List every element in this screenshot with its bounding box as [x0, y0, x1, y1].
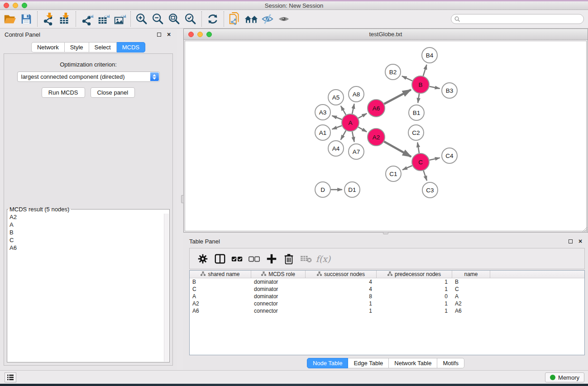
result-list-item[interactable]: A6 — [8, 244, 163, 252]
graph-node-B1[interactable]: B1 — [409, 105, 424, 120]
run-mcds-button[interactable]: Run MCDS — [42, 87, 85, 98]
tab-motifs[interactable]: Motifs — [437, 358, 464, 368]
result-scrollbar[interactable] — [164, 214, 169, 362]
close-panel-icon[interactable]: × — [166, 31, 172, 38]
network-canvas[interactable]: B4B2BB3A8A5A6A3B1AA1C2A2A4A7C4CC1DD1C3 — [185, 41, 587, 231]
resize-grip-icon[interactable] — [581, 226, 587, 232]
column-header-predecessor-nodes[interactable]: predecessor nodes — [377, 271, 452, 278]
result-list-item[interactable]: B — [8, 229, 163, 237]
graph-node-A7[interactable]: A7 — [349, 144, 364, 159]
table-cell[interactable]: 4 — [306, 278, 377, 286]
edge-B-B3[interactable] — [430, 86, 440, 89]
graph-node-B2[interactable]: B2 — [385, 64, 401, 80]
import-network-icon[interactable] — [40, 11, 57, 27]
tab-edge-table[interactable]: Edge Table — [348, 358, 389, 368]
table-cell[interactable]: 1 — [377, 286, 452, 293]
graph-node-C2[interactable]: C2 — [408, 125, 424, 140]
table-cell[interactable]: A — [190, 293, 251, 300]
table-cell[interactable]: A6 — [190, 307, 251, 315]
table-close-panel-icon[interactable]: × — [577, 238, 583, 245]
table-cell[interactable]: dominator — [251, 278, 306, 286]
edge-A-A6[interactable] — [358, 114, 367, 118]
table-cell[interactable]: 0 — [377, 293, 452, 300]
zoom-selected-icon[interactable] — [182, 11, 199, 27]
edge-C-C1[interactable] — [402, 166, 412, 170]
tab-mcds[interactable]: MCDS — [117, 42, 145, 52]
graph-node-C3[interactable]: C3 — [422, 182, 438, 198]
import-table-icon[interactable] — [57, 11, 73, 27]
table-cell[interactable]: 1 — [306, 307, 377, 315]
table-cell[interactable]: B — [190, 278, 251, 286]
graph-node-B3[interactable]: B3 — [442, 83, 457, 98]
edge-A-A4[interactable] — [341, 130, 346, 139]
graph-node-A2[interactable]: A2 — [368, 129, 385, 146]
network-document-icon[interactable] — [227, 11, 243, 27]
graph-node-A5[interactable]: A5 — [328, 90, 344, 105]
tab-style[interactable]: Style — [65, 42, 89, 52]
graph-node-A4[interactable]: A4 — [328, 141, 344, 156]
delete-column-icon[interactable] — [280, 251, 297, 267]
edge-A-A3[interactable] — [332, 116, 342, 119]
edge-A-A2[interactable] — [358, 127, 367, 132]
edge-A-A1[interactable] — [332, 126, 342, 129]
search-box[interactable] — [451, 14, 584, 24]
table-cell[interactable]: C — [452, 286, 490, 293]
criterion-dropdown[interactable]: largest connected component (directed) — [17, 71, 160, 82]
edge-A-A8[interactable] — [352, 104, 354, 114]
edge-B-B4[interactable] — [423, 65, 427, 76]
result-list-item[interactable]: A — [8, 221, 163, 229]
graph-node-D1[interactable]: D1 — [344, 182, 360, 197]
open-file-icon[interactable] — [2, 11, 18, 27]
hide-panel-eye-icon[interactable] — [259, 11, 276, 27]
table-cell[interactable]: dominator — [251, 293, 306, 300]
graph-node-A1[interactable]: A1 — [315, 125, 330, 140]
graph-node-C4[interactable]: C4 — [442, 148, 457, 163]
show-columns-icon[interactable] — [229, 251, 246, 267]
table-row[interactable]: A6connector11A6 — [190, 307, 584, 315]
panel-splitter-grip[interactable] — [181, 195, 184, 203]
task-history-button[interactable] — [5, 372, 16, 382]
zoom-fit-icon[interactable] — [166, 11, 182, 27]
table-cell[interactable]: dominator — [251, 286, 306, 293]
export-network-icon[interactable] — [79, 11, 95, 27]
table-cell[interactable]: 1 — [377, 278, 452, 286]
column-header-shared-name[interactable]: shared name — [190, 271, 251, 278]
table-cell[interactable]: connector — [251, 307, 306, 315]
table-cell[interactable]: A2 — [452, 300, 490, 307]
split-columns-icon[interactable] — [211, 251, 229, 267]
graph-node-C[interactable]: C — [412, 153, 429, 171]
close-panel-button[interactable]: Close panel — [91, 87, 135, 98]
column-header-MCDS-role[interactable]: MCDS role — [251, 271, 306, 278]
table-cell[interactable]: A — [452, 293, 490, 300]
graph-node-D[interactable]: D — [315, 182, 330, 197]
edge-A6-B[interactable] — [384, 90, 411, 104]
network-window-titlebar[interactable]: testGlobe.txt — [184, 29, 588, 40]
result-list-item[interactable]: C — [8, 237, 163, 244]
table-cell[interactable]: 4 — [306, 286, 377, 293]
add-column-icon[interactable] — [263, 251, 280, 267]
graph-node-A6[interactable]: A6 — [368, 100, 385, 117]
refresh-icon[interactable] — [205, 11, 221, 27]
node-table[interactable]: shared nameMCDS rolesuccessor nodesprede… — [189, 270, 585, 355]
edge-A2-C[interactable] — [384, 142, 411, 157]
table-row[interactable]: Adominator80A — [190, 293, 584, 300]
graph-node-B[interactable]: B — [412, 76, 429, 93]
table-row[interactable]: A2connector11A2 — [190, 300, 584, 307]
table-cell[interactable]: C — [190, 286, 251, 293]
graph-node-A8[interactable]: A8 — [349, 86, 364, 102]
horizontal-splitter-grip[interactable] — [383, 232, 388, 234]
column-header-successor-nodes[interactable]: successor nodes — [306, 271, 377, 278]
tab-select[interactable]: Select — [89, 42, 117, 52]
table-row[interactable]: Cdominator41C — [190, 286, 584, 293]
edge-B-B2[interactable] — [402, 76, 412, 81]
tab-node-table[interactable]: Node Table — [307, 358, 349, 368]
memory-button[interactable]: Memory — [545, 372, 584, 382]
result-list-item[interactable]: A2 — [8, 214, 163, 221]
tab-network-table[interactable]: Network Table — [389, 358, 437, 368]
zoom-out-icon[interactable] — [150, 11, 166, 27]
table-cell[interactable]: A2 — [190, 300, 251, 307]
show-eye-icon[interactable] — [276, 11, 292, 27]
graph-node-A3[interactable]: A3 — [315, 105, 330, 120]
home-networks-icon[interactable] — [243, 11, 259, 27]
graph-node-A[interactable]: A — [342, 114, 359, 131]
